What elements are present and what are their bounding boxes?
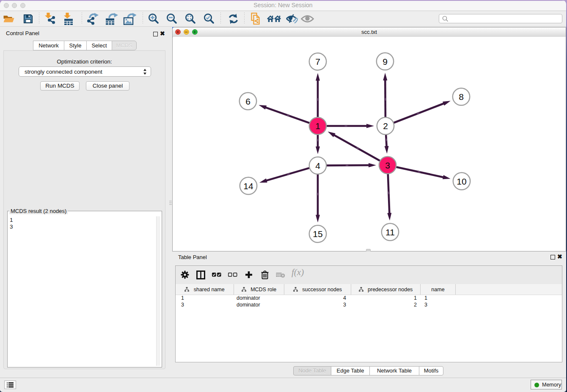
svg-text:10: 10 — [457, 177, 466, 186]
svg-text:2: 2 — [383, 121, 388, 131]
svg-text:14: 14 — [243, 181, 253, 191]
svg-text:4: 4 — [315, 161, 320, 171]
svg-text:7: 7 — [315, 57, 320, 66]
svg-text:6: 6 — [245, 97, 250, 106]
svg-text:11: 11 — [385, 227, 395, 237]
svg-text:15: 15 — [313, 229, 322, 239]
svg-text:1: 1 — [315, 121, 320, 131]
svg-text:9: 9 — [383, 57, 388, 66]
svg-text:8: 8 — [459, 92, 464, 102]
svg-text:3: 3 — [385, 160, 390, 170]
